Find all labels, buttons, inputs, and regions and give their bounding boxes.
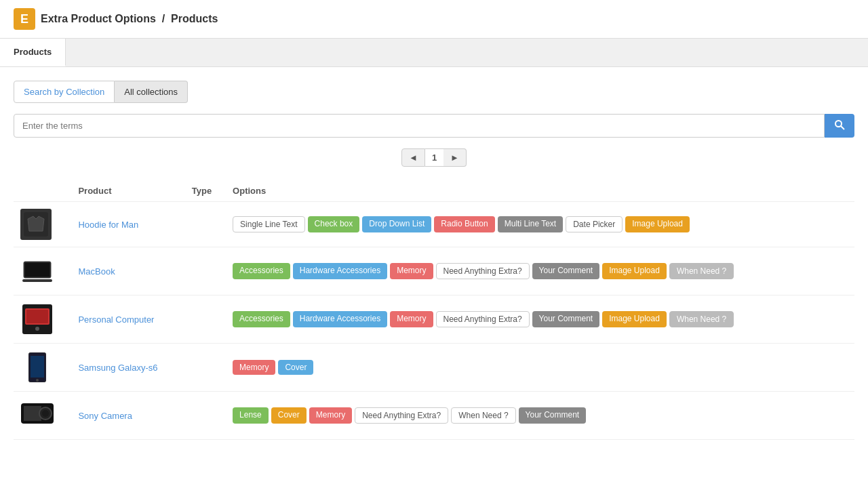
table-row: Samsung Galaxy-s6MemoryCover — [14, 344, 854, 392]
product-name-link[interactable]: Sony Camera — [78, 411, 132, 421]
breadcrumb: Extra Product Options / Products — [41, 13, 218, 25]
svg-rect-4 — [25, 263, 50, 277]
product-name-cell: Personal Computer — [71, 296, 184, 344]
col-type: Type — [185, 180, 226, 202]
option-badge[interactable]: Multi Line Text — [498, 216, 563, 232]
product-options-cell: LenseCoverMemoryNeed Anything Extra?When… — [226, 392, 854, 440]
tab-products[interactable]: Products — [0, 39, 66, 66]
product-image-cell — [14, 392, 71, 440]
option-badge[interactable]: Image Upload — [625, 216, 690, 232]
svg-point-9 — [35, 327, 39, 331]
svg-point-16 — [42, 410, 49, 417]
product-options-cell: AccessoriesHardware AccessoriesMemoryNee… — [226, 247, 854, 296]
search-input[interactable] — [14, 114, 825, 138]
option-badge[interactable]: Check box — [308, 216, 360, 232]
table-row: Personal ComputerAccessoriesHardware Acc… — [14, 296, 854, 344]
option-badge[interactable]: Image Upload — [602, 311, 667, 327]
option-badge[interactable]: Memory — [390, 311, 433, 327]
table-row: Sony CameraLenseCoverMemoryNeed Anything… — [14, 392, 854, 440]
logo-icon: E — [14, 8, 35, 30]
product-name-cell: Sony Camera — [71, 392, 184, 440]
option-badge[interactable]: Drop Down List — [362, 216, 431, 232]
table-row: Hoodie for ManSingle Line TextCheck boxD… — [14, 202, 854, 247]
product-image-cell — [14, 344, 71, 392]
product-name-link[interactable]: Personal Computer — [78, 314, 154, 325]
product-name-cell: Samsung Galaxy-s6 — [71, 344, 184, 392]
pagination-next[interactable]: ► — [443, 148, 467, 167]
option-badge[interactable]: Cover — [278, 360, 313, 375]
products-table: Product Type Options Hoodie for ManSingl… — [14, 180, 854, 440]
product-type-cell — [185, 344, 226, 392]
product-options-cell: AccessoriesHardware AccessoriesMemoryNee… — [226, 296, 854, 344]
option-badge[interactable]: Cover — [271, 407, 307, 424]
breadcrumb-prefix: Extra Product Options — [41, 13, 156, 24]
option-badge[interactable]: Radio Button — [434, 216, 494, 232]
col-options: Options — [226, 180, 854, 202]
product-options-cell: MemoryCover — [226, 344, 854, 392]
option-badge[interactable]: Need Anything Extra? — [355, 407, 448, 424]
pagination-page-1[interactable]: 1 — [425, 148, 443, 167]
option-badge[interactable]: Memory — [233, 360, 275, 375]
option-badge[interactable]: Memory — [309, 407, 352, 424]
option-badge[interactable]: Accessories — [233, 263, 290, 279]
main-content: Search by Collection All collections ◄ 1… — [0, 67, 868, 488]
page-header: E Extra Product Options / Products — [0, 0, 868, 39]
option-badge[interactable]: Memory — [390, 263, 433, 279]
product-name-cell: Hoodie for Man — [71, 202, 184, 247]
tab-bar: Products — [0, 39, 868, 67]
option-badge[interactable]: Single Line Text — [233, 216, 305, 232]
search-bar-row: Search by Collection All collections — [14, 81, 854, 103]
option-badge[interactable]: Hardware Accessories — [293, 311, 387, 327]
product-name-cell: MacBook — [71, 247, 184, 296]
search-by-collection-button[interactable]: Search by Collection — [14, 81, 115, 103]
svg-line-1 — [841, 126, 844, 129]
option-badge[interactable]: Need Anything Extra? — [436, 311, 530, 327]
pagination-prev[interactable]: ◄ — [401, 148, 425, 167]
breadcrumb-separator: / — [162, 13, 165, 24]
option-badge[interactable]: When Need ? — [669, 263, 734, 279]
option-badge[interactable]: Date Picker — [566, 216, 623, 232]
option-badge[interactable]: Need Anything Extra? — [436, 263, 530, 279]
product-image-cell — [14, 202, 71, 247]
option-badge[interactable]: Hardware Accessories — [293, 263, 387, 279]
product-name-link[interactable]: Hoodie for Man — [78, 220, 138, 230]
search-input-row — [14, 114, 854, 138]
svg-rect-8 — [26, 310, 48, 323]
col-product: Product — [71, 180, 184, 202]
svg-point-12 — [36, 379, 39, 382]
product-type-cell — [185, 202, 226, 247]
option-badge[interactable]: When Need ? — [669, 311, 734, 327]
option-badge[interactable]: Your Comment — [532, 311, 600, 327]
svg-rect-5 — [22, 279, 52, 282]
product-name-link[interactable]: MacBook — [78, 266, 115, 277]
search-button[interactable] — [825, 114, 854, 138]
product-type-cell — [185, 296, 226, 344]
product-type-cell — [185, 392, 226, 440]
breadcrumb-current: Products — [171, 13, 218, 24]
option-badge[interactable]: Your Comment — [532, 263, 600, 279]
option-badge[interactable]: Your Comment — [519, 407, 587, 424]
pagination: ◄ 1 ► — [14, 148, 854, 167]
product-image-cell — [14, 247, 71, 296]
col-img — [14, 180, 71, 202]
option-badge[interactable]: Image Upload — [602, 263, 667, 279]
search-icon — [834, 119, 845, 130]
product-image-cell — [14, 296, 71, 344]
product-name-link[interactable]: Samsung Galaxy-s6 — [78, 363, 157, 373]
svg-point-0 — [835, 121, 842, 127]
product-options-cell: Single Line TextCheck boxDrop Down ListR… — [226, 202, 854, 247]
option-badge[interactable]: When Need ? — [451, 407, 515, 424]
option-badge[interactable]: Accessories — [233, 311, 290, 327]
svg-rect-11 — [31, 356, 44, 378]
all-collections-button[interactable]: All collections — [115, 81, 188, 103]
option-badge[interactable]: Lense — [233, 407, 269, 424]
table-row: MacBookAccessoriesHardware AccessoriesMe… — [14, 247, 854, 296]
product-type-cell — [185, 247, 226, 296]
